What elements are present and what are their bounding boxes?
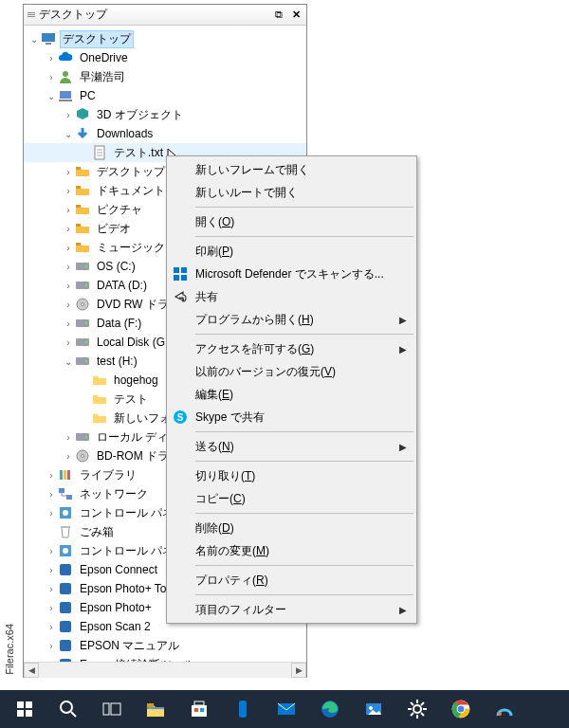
expand-collapse-icon[interactable]: › [45, 565, 58, 575]
taskbar-settings-button[interactable] [396, 690, 438, 728]
disk-icon [75, 316, 90, 331]
expand-collapse-icon[interactable]: › [45, 622, 58, 632]
expand-collapse-icon[interactable]: › [45, 603, 58, 613]
expand-collapse-icon[interactable]: › [62, 243, 75, 253]
tree-item[interactable]: ›早瀬浩司 [24, 67, 306, 86]
taskbar-explorer-button[interactable] [135, 690, 176, 728]
expand-collapse-icon[interactable]: › [45, 641, 58, 651]
tree-item-label: デスクトップ [94, 164, 168, 180]
restore-button[interactable]: ⧉ [270, 8, 287, 23]
grip-icon[interactable] [28, 12, 35, 17]
tree-item-label: ミュージック [94, 240, 168, 256]
expand-collapse-icon[interactable]: › [45, 470, 58, 481]
context-menu-item[interactable]: 切り取り(T) [169, 464, 414, 487]
context-menu-item[interactable]: コピー(C) [169, 487, 414, 510]
taskbar-chrome-button[interactable] [440, 690, 482, 728]
context-menu-item[interactable]: プログラムから開く(H)▶ [169, 308, 414, 331]
context-menu-item[interactable]: Microsoft Defender でスキャンする... [169, 263, 414, 285]
taskbar-taskview-button[interactable] [91, 690, 133, 728]
context-menu-item[interactable]: 削除(D) [169, 517, 414, 539]
expand-collapse-icon[interactable]: › [45, 53, 58, 64]
context-menu-item[interactable]: 開く(O) [169, 210, 414, 233]
cloud-icon [58, 50, 73, 65]
context-menu-item[interactable]: 名前の変更(M) [169, 539, 414, 562]
context-menu-item[interactable]: 印刷(P) [169, 240, 414, 263]
expand-collapse-icon[interactable]: › [62, 110, 75, 120]
taskbar-photos-button[interactable] [353, 690, 395, 728]
svg-rect-42 [60, 602, 71, 613]
taskbar-phone-button[interactable] [222, 690, 264, 728]
tree-item[interactable]: ›OneDrive [24, 48, 306, 67]
submenu-arrow-icon: ▶ [399, 315, 407, 325]
context-menu-item[interactable]: 共有 [169, 285, 414, 308]
scroll-track[interactable] [39, 663, 291, 678]
taskbar-paint-button[interactable] [484, 690, 525, 728]
taskbar-start-button[interactable] [4, 690, 46, 728]
svg-line-78 [411, 713, 413, 716]
taskbar-search-button[interactable] [47, 690, 89, 728]
folder2-icon [92, 410, 107, 426]
context-menu-item[interactable]: 新しいルートで開く [169, 181, 414, 204]
expand-collapse-icon[interactable]: › [62, 451, 75, 462]
expand-collapse-icon[interactable]: ⌄ [45, 91, 58, 101]
menu-item-label: Skype で共有 [195, 410, 265, 426]
tree-item-label: ごみ箱 [77, 524, 117, 540]
taskbar-edge-button[interactable] [309, 690, 351, 728]
horizontal-scrollbar[interactable]: ◀ ▶ [24, 662, 306, 677]
expand-collapse-icon[interactable]: › [45, 546, 58, 556]
expand-collapse-icon[interactable]: › [45, 508, 58, 519]
context-menu-item[interactable]: SSkype で共有 [169, 406, 414, 428]
expand-collapse-icon[interactable]: › [62, 281, 75, 291]
expand-collapse-icon[interactable]: › [45, 72, 58, 82]
submenu-arrow-icon: ▶ [399, 605, 407, 615]
expand-collapse-icon[interactable]: › [62, 337, 75, 348]
expand-collapse-icon[interactable]: › [62, 205, 75, 215]
menu-separator [195, 565, 413, 566]
share-icon [173, 289, 190, 304]
menu-separator [195, 334, 413, 335]
svg-rect-12 [76, 224, 81, 227]
expand-collapse-icon[interactable]: › [45, 489, 58, 500]
defender-icon [173, 266, 190, 282]
tree-item[interactable]: ›EPSON マニュアル [24, 636, 306, 655]
expand-collapse-icon[interactable]: › [45, 584, 58, 594]
taskbar-mail-button[interactable] [266, 690, 307, 728]
menu-item-label: アクセスを許可する(G) [195, 341, 314, 357]
expand-collapse-icon[interactable]: ⌄ [62, 129, 75, 139]
expand-collapse-icon[interactable]: › [62, 318, 75, 329]
expand-collapse-icon[interactable]: › [62, 224, 75, 234]
context-menu-item[interactable]: 以前のバージョンの復元(V) [169, 360, 414, 383]
context-menu-item[interactable]: アクセスを許可する(G)▶ [169, 337, 414, 360]
svg-rect-54 [17, 710, 24, 717]
tree-item[interactable]: ›3D オブジェクト [24, 105, 306, 124]
close-button[interactable]: ✕ [287, 8, 304, 23]
tree-item[interactable]: ⌄デスクトップ [24, 29, 306, 48]
expand-collapse-icon[interactable]: ⌄ [62, 356, 75, 367]
svg-rect-60 [147, 703, 154, 707]
disk-icon [75, 354, 90, 369]
menu-item-label: 印刷(P) [195, 244, 233, 260]
tree-item[interactable]: ⌄Downloads [24, 124, 306, 143]
context-menu-item[interactable]: プロパティ(R) [169, 569, 414, 592]
taskbar-store-button[interactable] [178, 690, 220, 728]
tree-item-label: 早瀬浩司 [77, 69, 128, 85]
expand-collapse-icon[interactable]: › [62, 186, 75, 196]
tree-item[interactable]: ⌄PC [24, 86, 306, 105]
svg-rect-58 [103, 703, 109, 715]
context-menu-item[interactable]: 編集(E) [169, 383, 414, 406]
tree-item[interactable]: ›Epson 接続診断ツール [24, 655, 306, 662]
svg-rect-44 [60, 640, 71, 651]
context-menu-item[interactable]: 項目のフィルター▶ [169, 598, 414, 621]
expand-collapse-icon[interactable]: › [62, 432, 75, 443]
expand-collapse-icon[interactable]: › [62, 262, 75, 272]
expand-collapse-icon[interactable]: › [62, 300, 75, 310]
svg-rect-53 [26, 701, 32, 708]
scroll-left-button[interactable]: ◀ [24, 663, 39, 678]
context-menu-item[interactable]: 新しいフレームで開く [169, 158, 414, 181]
svg-rect-33 [59, 488, 64, 493]
folder-icon [75, 202, 90, 217]
expand-collapse-icon[interactable]: › [62, 167, 75, 177]
context-menu-item[interactable]: 送る(N)▶ [169, 435, 414, 458]
scroll-right-button[interactable]: ▶ [291, 663, 306, 678]
expand-collapse-icon[interactable]: ⌄ [28, 34, 41, 45]
